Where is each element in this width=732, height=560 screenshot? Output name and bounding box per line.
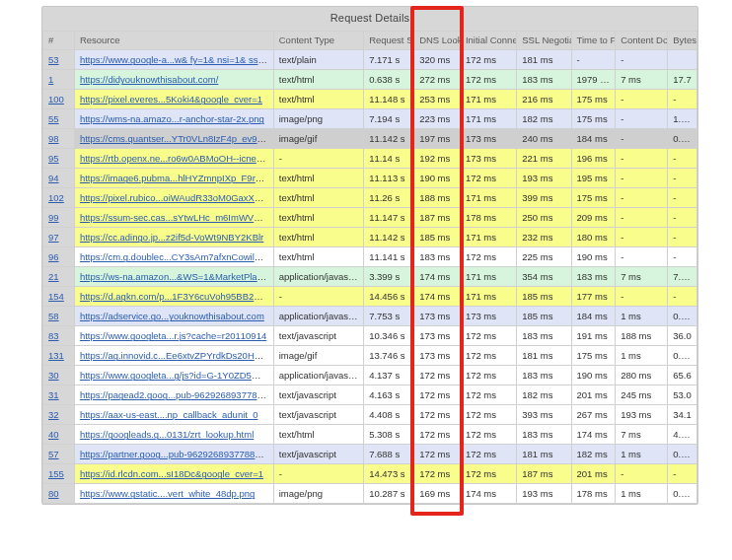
row-index-link[interactable]: 98 [48, 133, 59, 144]
cell-resource: https://www.googleta...g/js?id=G-1Y0ZD5M… [74, 366, 273, 385]
resource-link[interactable]: https://image6.pubma...hlHYZmnpIXp_F9rCr… [80, 173, 273, 183]
cell-ttfb: 184 ms [571, 129, 616, 149]
cell-request-start: 4.163 s [364, 385, 414, 405]
cell-bytes-downloaded: 0.2 K [668, 445, 697, 464]
row-index-link[interactable]: 1 [48, 74, 53, 85]
row-index-link[interactable]: 99 [48, 212, 59, 223]
row-index-link[interactable]: 95 [48, 153, 59, 164]
cell-initial-connection: 172 ms [460, 405, 516, 425]
cell-resource: https://adservice.go...youknowthisabout.… [74, 307, 273, 326]
cell-initial-connection: 172 ms [460, 464, 516, 484]
resource-link[interactable]: https://www.google-a...w& fy=1& nsi=1& s… [80, 54, 268, 65]
col-initial-connection[interactable]: Initial Connection [460, 32, 516, 50]
col-bytes-downloaded[interactable]: Bytes Downloaded [668, 32, 697, 50]
col-dns-lookup[interactable]: DNS Lookup [414, 32, 461, 50]
cell-resource: https://d.agkn.com/p...1F3Y6cuVoh95BB2dN… [74, 287, 273, 307]
resource-link[interactable]: https://adservice.go...youknowthisabout.… [80, 311, 264, 321]
table-row: 98https://cms.quantser...YTr0VLn8IzF4p_e… [43, 129, 697, 149]
resource-link[interactable]: https://d.agkn.com/p...1F3Y6cuVoh95BB2dN… [80, 291, 273, 302]
cell-ttfb: 183 ms [571, 267, 616, 287]
table-row: 96https://cm.g.doublec...CY3sAm7afxnCowi… [43, 247, 697, 267]
cell-request-start: 4.137 s [364, 366, 414, 385]
row-index: 100 [43, 90, 75, 109]
table-row: 80https://www.gstatic....vert_white_48dp… [43, 484, 697, 504]
resource-link[interactable]: https://googleads.g...0131/zrt_lookup.ht… [80, 429, 254, 440]
col-content-download[interactable]: Content Download [616, 32, 668, 50]
cell-ttfb: 195 ms [571, 169, 616, 188]
row-index-link[interactable]: 21 [48, 271, 59, 282]
resource-link[interactable]: https://pixel.rubico...oiWAudR33oM0GaxXS… [80, 192, 273, 203]
cell-ttfb: 175 ms [571, 90, 616, 109]
cell-bytes-downloaded: 7.8 K [668, 267, 697, 287]
row-index-link[interactable]: 30 [48, 370, 59, 381]
cell-ttfb: 201 ms [571, 464, 616, 484]
col-index[interactable]: # [43, 32, 75, 50]
cell-ssl-negotiation: 183 ms [517, 366, 571, 385]
cell-bytes-downloaded: 0.1 K [668, 307, 697, 326]
row-index-link[interactable]: 40 [48, 429, 59, 440]
resource-link[interactable]: https://pagead2.goog...pub-9629268937788… [80, 389, 273, 400]
resource-link[interactable]: https://ssum-sec.cas...sYtwLHc_m6ImWVNB9… [80, 212, 273, 223]
resource-link[interactable]: https://rtb.openx.ne...ro6w0ABMoOH--icne… [80, 153, 273, 164]
row-index: 53 [43, 50, 75, 70]
col-ttfb[interactable]: Time to First Byte [571, 32, 616, 50]
row-index-link[interactable]: 80 [48, 488, 59, 499]
cell-initial-connection: 172 ms [460, 247, 516, 267]
cell-dns-lookup: 174 ms [414, 287, 461, 307]
row-index-link[interactable]: 154 [48, 291, 64, 302]
row-index-link[interactable]: 97 [48, 232, 59, 243]
table-row: 53https://www.google-a...w& fy=1& nsi=1&… [43, 50, 697, 70]
row-index-link[interactable]: 83 [48, 330, 59, 341]
resource-link[interactable]: https://cm.g.doublec...CY3sAm7afxnCowil9… [80, 251, 273, 262]
resource-link[interactable]: https://cc.adingo.jp...z2if5d-VoWt9NBY2K… [80, 232, 263, 243]
table-row: 31https://pagead2.goog...pub-96292689377… [43, 385, 697, 405]
col-content-type[interactable]: Content Type [273, 32, 363, 50]
resource-link[interactable]: https://cms.quantser...YTr0VLn8IzF4p_ev9… [80, 133, 273, 144]
cell-initial-connection: 172 ms [460, 445, 516, 464]
resource-link[interactable]: https://ag.innovid.c...Ee6xtvZPYrdkDs20H… [80, 350, 271, 361]
cell-content-type: application/javascript [273, 366, 363, 385]
cell-ssl-negotiation: 225 ms [517, 247, 571, 267]
table-row: 30https://www.googleta...g/js?id=G-1Y0ZD… [43, 366, 697, 385]
row-index-link[interactable]: 31 [48, 389, 59, 400]
resource-link[interactable]: https://aax-us-east....np_callback_aduni… [80, 409, 258, 420]
cell-request-start: 11.142 s [364, 228, 414, 247]
cell-resource: https://wms-na.amazo...r-anchor-star-2x.… [74, 109, 273, 129]
cell-ttfb: 180 ms [571, 228, 616, 247]
cell-initial-connection: 171 ms [460, 287, 516, 307]
row-index-link[interactable]: 57 [48, 449, 59, 459]
row-index-link[interactable]: 32 [48, 409, 59, 420]
resource-link[interactable]: https://www.gstatic....vert_white_48dp.p… [80, 488, 255, 499]
resource-link[interactable]: https://wms-na.amazo...r-anchor-star-2x.… [80, 113, 264, 124]
row-index-link[interactable]: 131 [48, 350, 64, 361]
cell-bytes-downloaded: 17.7 [668, 70, 697, 90]
row-index-link[interactable]: 58 [48, 311, 59, 321]
cell-ssl-negotiation: 393 ms [517, 405, 571, 425]
row-index-link[interactable]: 100 [48, 94, 64, 105]
cell-initial-connection: 178 ms [460, 208, 516, 228]
resource-link[interactable]: https://didyouknowthisabout.com/ [80, 74, 218, 85]
row-index-link[interactable]: 155 [48, 468, 64, 479]
row-index-link[interactable]: 94 [48, 173, 59, 183]
cell-initial-connection: 171 ms [460, 188, 516, 208]
resource-link[interactable]: https://pixel.everes...5Koki4&google_cve… [80, 94, 262, 105]
cell-request-start: 11.147 s [364, 208, 414, 228]
col-ssl-negotiation[interactable]: SSL Negotiation [517, 32, 571, 50]
resource-link[interactable]: https://id.rlcdn.com...sI18Dc&google_cve… [80, 468, 263, 479]
cell-resource: https://pixel.everes...5Koki4&google_cve… [74, 90, 273, 109]
cell-resource: https://googleads.g...0131/zrt_lookup.ht… [74, 425, 273, 445]
resource-link[interactable]: https://partner.goog...pub-9629268937788… [80, 449, 270, 459]
cell-content-download: - [616, 228, 668, 247]
resource-link[interactable]: https://www.googleta...r.js?cache=r20110… [80, 330, 266, 341]
col-request-start[interactable]: Request Start [364, 32, 414, 50]
row-index-link[interactable]: 102 [48, 192, 64, 203]
row-index-link[interactable]: 53 [48, 54, 59, 65]
row-index-link[interactable]: 96 [48, 251, 59, 262]
cell-dns-lookup: 192 ms [414, 149, 461, 169]
resource-link[interactable]: https://www.googleta...g/js?id=G-1Y0ZD5M… [80, 370, 273, 381]
col-resource[interactable]: Resource [74, 32, 273, 50]
row-index-link[interactable]: 55 [48, 113, 59, 124]
cell-initial-connection: 172 ms [460, 346, 516, 366]
resource-link[interactable]: https://ws-na.amazon...&WS=1&MarketPlace… [80, 271, 273, 282]
cell-request-start: 13.746 s [364, 346, 414, 366]
